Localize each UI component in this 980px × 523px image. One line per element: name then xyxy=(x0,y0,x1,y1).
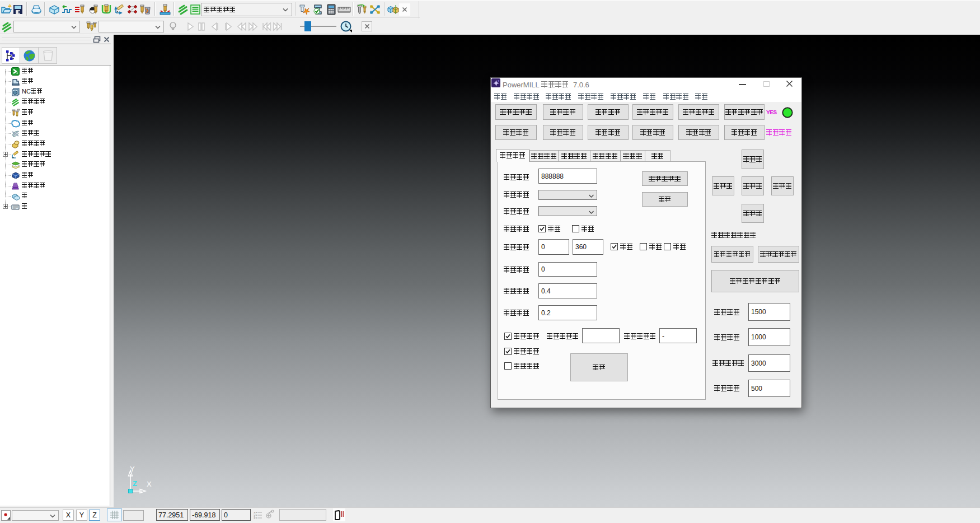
svg-text:Y: Y xyxy=(130,466,135,473)
svg-text:z=: z= xyxy=(254,516,258,520)
svg-text:Z: Z xyxy=(133,479,137,488)
svg-text:X: X xyxy=(147,480,152,488)
